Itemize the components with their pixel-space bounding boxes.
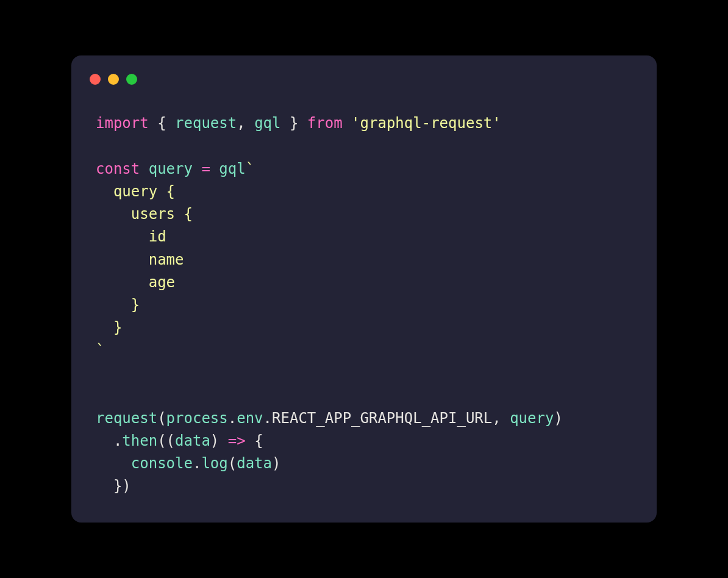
punct: ,	[237, 115, 254, 132]
space	[343, 115, 351, 132]
const-url: REACT_APP_GRAPHQL_API_URL	[272, 410, 492, 427]
indent	[96, 455, 131, 472]
punct: {	[149, 115, 175, 132]
punct: (	[157, 432, 166, 449]
ident-request: request	[175, 115, 237, 132]
space	[210, 160, 219, 177]
space	[219, 432, 227, 449]
keyword-import: import	[96, 115, 149, 132]
punct: )	[210, 432, 219, 449]
punct: .	[113, 432, 122, 449]
code-block: import { request, gql } from 'graphql-re…	[71, 112, 657, 498]
ident-process: process	[166, 410, 228, 427]
space	[193, 160, 201, 177]
punct-closing: })	[96, 477, 131, 494]
punct: (	[228, 455, 237, 472]
punct: (	[166, 432, 175, 449]
ident-query-arg: query	[510, 410, 554, 427]
ident-gql: gql	[219, 160, 245, 177]
punct: {	[254, 432, 263, 449]
gql-body: users {	[96, 205, 193, 223]
ident-env: env	[237, 410, 263, 427]
punct: ,	[492, 410, 510, 427]
ident-log: log	[201, 455, 227, 472]
indent	[96, 432, 113, 449]
punct: .	[228, 410, 237, 427]
gql-body: query {	[96, 183, 175, 200]
gql-body: id	[96, 228, 166, 245]
gql-body: age	[96, 274, 175, 291]
gql-body: }	[96, 319, 122, 336]
keyword-const: const	[96, 160, 140, 177]
backtick: `	[96, 341, 104, 359]
minimize-icon[interactable]	[108, 74, 119, 85]
punct: .	[193, 455, 201, 472]
space	[140, 160, 148, 177]
ident-request-call: request	[96, 410, 157, 427]
punct: }	[280, 115, 307, 132]
arrow: =>	[228, 432, 246, 449]
punct: )	[272, 455, 280, 472]
traffic-lights	[71, 74, 657, 112]
ident-data-arg: data	[237, 455, 272, 472]
punct: )	[554, 410, 562, 427]
gql-body: name	[96, 251, 184, 268]
gql-body: }	[96, 296, 140, 313]
ident-then: then	[122, 432, 157, 449]
ident-console: console	[131, 455, 193, 472]
ident-data: data	[175, 432, 210, 449]
string-package: 'graphql-request'	[351, 115, 501, 132]
maximize-icon[interactable]	[126, 74, 137, 85]
ident-query: query	[149, 160, 193, 177]
punct: (	[157, 410, 166, 427]
operator-eq: =	[201, 160, 210, 177]
backtick: `	[246, 160, 254, 177]
code-window: import { request, gql } from 'graphql-re…	[71, 55, 657, 522]
close-icon[interactable]	[90, 74, 101, 85]
ident-gql: gql	[254, 115, 280, 132]
punct: .	[263, 410, 272, 427]
space	[246, 432, 254, 449]
keyword-from: from	[307, 115, 343, 132]
